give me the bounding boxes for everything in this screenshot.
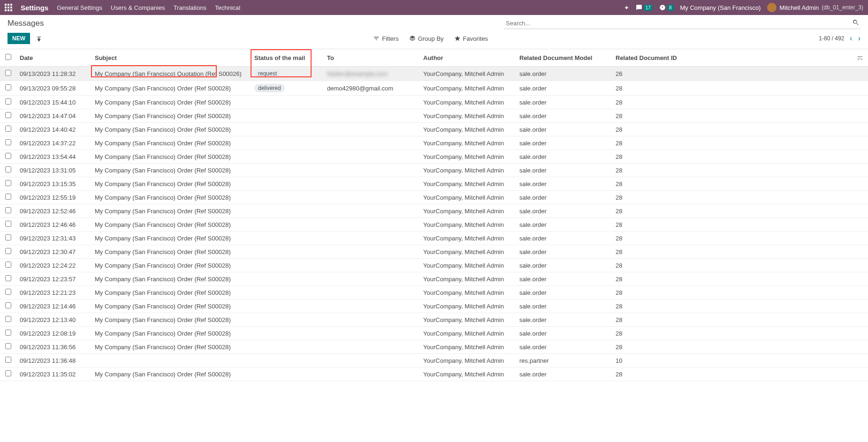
col-status[interactable]: Status of the mail [251,49,323,67]
table-row[interactable]: 09/12/2023 12:52:46 My Company (San Fran… [0,204,868,218]
download-icon[interactable] [36,35,42,42]
cell-author: YourCompany, Mitchell Admin [419,232,516,245]
table-row[interactable]: 09/13/2023 11:28:32 My Company (San Fran… [0,67,868,81]
search-input[interactable] [504,18,860,29]
row-checkbox[interactable] [5,166,11,172]
row-checkbox[interactable] [5,248,11,254]
cell-docid: 28 [612,177,868,191]
table-row[interactable]: 09/12/2023 12:14:46 My Company (San Fran… [0,300,868,313]
row-checkbox[interactable] [5,262,11,268]
cell-author: YourCompany, Mitchell Admin [419,286,516,300]
row-checkbox[interactable] [5,302,11,308]
cell-status [251,109,323,123]
table-row[interactable]: 09/12/2023 11:36:56 My Company (San Fran… [0,340,868,354]
cell-model: sale.order [516,150,612,164]
nav-users-companies[interactable]: Users & Companies [111,4,165,11]
col-model[interactable]: Related Document Model [516,49,612,67]
nav-general-settings[interactable]: General Settings [57,4,102,11]
row-checkbox[interactable] [5,112,11,118]
activity-indicator[interactable]: 8 [659,4,674,11]
messages-indicator[interactable]: 17 [636,4,653,11]
table-row[interactable]: 09/12/2023 12:24:22 My Company (San Fran… [0,259,868,272]
breadcrumb: Messages [8,19,44,28]
row-checkbox[interactable] [5,289,11,295]
row-checkbox[interactable] [5,316,11,322]
pager-prev[interactable]: ‹ [850,34,852,43]
col-subject[interactable]: Subject [91,49,251,67]
row-checkbox[interactable] [5,153,11,159]
row-checkbox[interactable] [5,70,11,76]
row-checkbox[interactable] [5,221,11,227]
row-checkbox[interactable] [5,84,11,90]
apps-icon[interactable] [5,4,12,11]
table-row[interactable]: 09/12/2023 14:37:22 My Company (San Fran… [0,136,868,150]
user-menu[interactable]: Mitchell Admin (db_01_enter_3) [767,3,863,12]
optional-columns-icon[interactable] [857,54,863,61]
row-checkbox[interactable] [5,343,11,349]
cell-model: sale.order [516,340,612,354]
nav-technical[interactable]: Technical [215,4,240,11]
company-selector[interactable]: My Company (San Francisco) [680,4,761,11]
cell-subject: My Company (San Francisco) Order (Ref S0… [91,109,251,123]
table-row[interactable]: 09/12/2023 14:40:42 My Company (San Fran… [0,123,868,136]
search-icon[interactable] [852,19,860,28]
row-checkbox[interactable] [5,357,11,363]
table-row[interactable]: 09/12/2023 12:21:23 My Company (San Fran… [0,286,868,300]
pager-next[interactable]: › [858,34,860,43]
table-row[interactable]: 09/12/2023 12:30:47 My Company (San Fran… [0,245,868,259]
row-checkbox[interactable] [5,126,11,132]
cell-subject: My Company (San Francisco) Order (Ref S0… [91,123,251,136]
cell-subject [91,354,251,367]
cell-docid: 10 [612,354,868,367]
row-checkbox[interactable] [5,330,11,336]
column-headers: Date Subject Status of the mail To Autho… [0,49,868,67]
cell-status [251,327,323,340]
row-checkbox[interactable] [5,139,11,145]
cell-subject: My Company (San Francisco) Order (Ref S0… [91,327,251,340]
cell-docid: 28 [612,96,868,109]
table-row[interactable]: 09/12/2023 14:47:04 My Company (San Fran… [0,109,868,123]
table-row[interactable]: 09/12/2023 12:23:57 My Company (San Fran… [0,272,868,286]
table-row[interactable]: 09/12/2023 11:36:48 YourCompany, Mitchel… [0,354,868,367]
table-row[interactable]: 09/12/2023 15:44:10 My Company (San Fran… [0,96,868,109]
row-checkbox[interactable] [5,194,11,200]
messages-count: 17 [644,5,653,11]
row-checkbox[interactable] [5,234,11,240]
cell-docid: 28 [612,191,868,204]
select-all-checkbox[interactable] [5,54,11,60]
filters-button[interactable]: Filters [373,35,398,42]
table-row[interactable]: 09/12/2023 12:08:19 My Company (San Fran… [0,327,868,340]
table-row[interactable]: 09/12/2023 12:55:19 My Company (San Fran… [0,191,868,204]
new-button[interactable]: NEW [8,33,30,44]
table-row[interactable]: 09/12/2023 11:35:02 My Company (San Fran… [0,367,868,381]
pager[interactable]: 1-80 / 492 [819,35,844,42]
table-row[interactable]: 09/12/2023 12:46:46 My Company (San Fran… [0,218,868,232]
col-date[interactable]: Date [16,49,91,67]
table-row[interactable]: 09/12/2023 12:13:40 My Company (San Fran… [0,313,868,327]
table-row[interactable]: 09/12/2023 13:15:35 My Company (San Fran… [0,177,868,191]
star-icon[interactable]: ✦ [624,4,629,11]
table-row[interactable]: 09/12/2023 13:54:44 My Company (San Fran… [0,150,868,164]
favorites-button[interactable]: Favorites [454,35,488,42]
col-author[interactable]: Author [419,49,516,67]
col-to[interactable]: To [323,49,419,67]
row-checkbox[interactable] [5,180,11,186]
col-docid[interactable]: Related Document ID [612,49,868,67]
table-row[interactable]: 09/12/2023 13:31:05 My Company (San Fran… [0,164,868,177]
cell-date: 09/12/2023 13:31:05 [16,164,91,177]
table-row[interactable]: 09/13/2023 09:55:28 My Company (San Fran… [0,81,868,96]
row-checkbox[interactable] [5,207,11,213]
db-name: (db_01_enter_3) [822,4,863,11]
cell-subject: My Company (San Francisco) Order (Ref S0… [91,232,251,245]
cell-date: 09/12/2023 14:37:22 [16,136,91,150]
nav-translations[interactable]: Translations [174,4,206,11]
cell-model: sale.order [516,96,612,109]
row-checkbox[interactable] [5,98,11,105]
cell-docid: 28 [612,340,868,354]
cell-docid: 28 [612,109,868,123]
nav-title[interactable]: Settings [21,4,48,12]
row-checkbox[interactable] [5,275,11,281]
table-row[interactable]: 09/12/2023 12:31:43 My Company (San Fran… [0,232,868,245]
row-checkbox[interactable] [5,370,11,376]
groupby-button[interactable]: Group By [409,35,444,42]
